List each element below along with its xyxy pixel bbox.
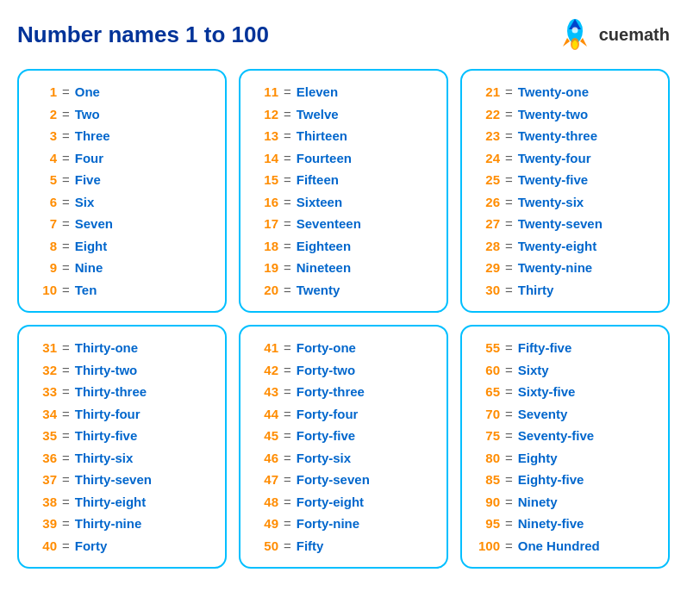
list-item: 22=Twenty-two	[476, 103, 654, 126]
list-item: 12=Twelve	[254, 103, 433, 126]
number-name: Twenty-two	[518, 103, 588, 126]
number-value: 23	[476, 125, 500, 147]
number-value: 22	[476, 103, 500, 126]
number-value: 25	[476, 169, 500, 191]
number-name: Thirty-two	[75, 359, 138, 382]
top-grid: 1=One2=Two3=Three4=Four5=Five6=Six7=Seve…	[17, 69, 670, 313]
equals-sign: =	[284, 491, 291, 513]
number-value: 39	[33, 513, 57, 535]
number-name: Twenty-four	[518, 147, 591, 170]
number-value: 42	[254, 359, 278, 382]
list-item: 19=Nineteen	[254, 257, 433, 279]
equals-sign: =	[284, 235, 291, 258]
number-value: 8	[33, 235, 57, 258]
number-name: Forty-two	[297, 359, 355, 382]
number-value: 20	[254, 279, 278, 302]
number-value: 36	[33, 447, 57, 470]
number-name: Twenty	[297, 279, 340, 302]
equals-sign: =	[284, 359, 291, 382]
number-name: Thirty-nine	[75, 513, 142, 535]
equals-sign: =	[62, 81, 70, 103]
number-value: 38	[33, 491, 57, 513]
list-item: 27=Twenty-seven	[476, 213, 654, 235]
number-card-box6: 55=Fifty-five60=Sixty65=Sixty-five70=Sev…	[460, 325, 670, 569]
number-name: One	[75, 81, 100, 103]
list-item: 40=Forty	[33, 535, 211, 557]
list-item: 44=Forty-four	[254, 403, 433, 426]
number-value: 65	[476, 381, 500, 403]
number-name: Eighty-five	[518, 469, 584, 491]
number-value: 17	[254, 213, 278, 235]
number-name: Twenty-nine	[518, 257, 592, 279]
number-name: Forty-nine	[297, 513, 359, 535]
number-value: 35	[33, 425, 57, 447]
list-item: 70=Seventy	[476, 403, 654, 426]
number-value: 11	[254, 81, 278, 103]
number-name: Twenty-five	[518, 169, 588, 191]
svg-marker-2	[563, 38, 570, 47]
list-item: 75=Seventy-five	[476, 425, 654, 447]
list-item: 28=Twenty-eight	[476, 235, 654, 258]
number-value: 19	[254, 257, 278, 279]
equals-sign: =	[62, 191, 70, 214]
number-name: Seventy	[518, 403, 568, 426]
list-item: 17=Seventeen	[254, 213, 433, 235]
equals-sign: =	[62, 125, 70, 147]
number-value: 13	[254, 125, 278, 147]
number-name: Fifty	[297, 535, 324, 557]
number-name: Eleven	[297, 81, 338, 103]
number-name: Thirteen	[297, 125, 347, 147]
list-item: 50=Fifty	[254, 535, 433, 557]
number-value: 26	[476, 191, 500, 214]
equals-sign: =	[62, 213, 70, 235]
number-name: Twelve	[297, 103, 339, 126]
number-name: Forty-one	[297, 337, 356, 359]
equals-sign: =	[62, 147, 70, 170]
number-value: 29	[476, 257, 500, 279]
list-item: 100=One Hundred	[476, 535, 654, 557]
number-name: Forty-three	[297, 381, 365, 403]
number-name: Fifty-five	[518, 337, 572, 359]
list-item: 33=Thirty-three	[33, 381, 211, 403]
number-name: Thirty-three	[75, 381, 147, 403]
equals-sign: =	[505, 425, 513, 447]
equals-sign: =	[62, 447, 70, 470]
list-item: 24=Twenty-four	[476, 147, 654, 170]
number-value: 40	[33, 535, 57, 557]
number-value: 7	[33, 213, 57, 235]
number-name: Three	[75, 125, 110, 147]
number-value: 37	[33, 469, 57, 491]
list-item: 26=Twenty-six	[476, 191, 654, 214]
number-value: 44	[254, 403, 278, 426]
list-item: 8=Eight	[33, 235, 211, 258]
list-item: 5=Five	[33, 169, 211, 191]
number-name: Thirty-five	[75, 425, 138, 447]
number-value: 50	[254, 535, 278, 557]
list-item: 23=Twenty-three	[476, 125, 654, 147]
equals-sign: =	[62, 491, 70, 513]
number-name: Eighty	[518, 447, 558, 470]
number-name: Forty-seven	[297, 469, 370, 491]
number-name: Nine	[75, 257, 103, 279]
list-item: 55=Fifty-five	[476, 337, 654, 359]
list-item: 80=Eighty	[476, 447, 654, 470]
number-value: 5	[33, 169, 57, 191]
equals-sign: =	[62, 235, 70, 258]
number-card-box4: 31=Thirty-one32=Thirty-two33=Thirty-thre…	[17, 325, 227, 569]
equals-sign: =	[284, 425, 291, 447]
number-name: Forty-eight	[297, 491, 364, 513]
number-value: 28	[476, 235, 500, 258]
number-name: Forty-six	[297, 447, 351, 470]
number-name: Seventy-five	[518, 425, 594, 447]
equals-sign: =	[62, 513, 70, 535]
number-name: Sixty	[518, 359, 549, 382]
list-item: 21=Twenty-one	[476, 81, 654, 103]
number-value: 85	[476, 469, 500, 491]
equals-sign: =	[284, 381, 291, 403]
equals-sign: =	[284, 447, 291, 470]
number-name: Two	[75, 103, 100, 126]
list-item: 46=Forty-six	[254, 447, 433, 470]
number-value: 27	[476, 213, 500, 235]
list-item: 14=Fourteen	[254, 147, 433, 170]
number-name: Forty-four	[297, 403, 359, 426]
